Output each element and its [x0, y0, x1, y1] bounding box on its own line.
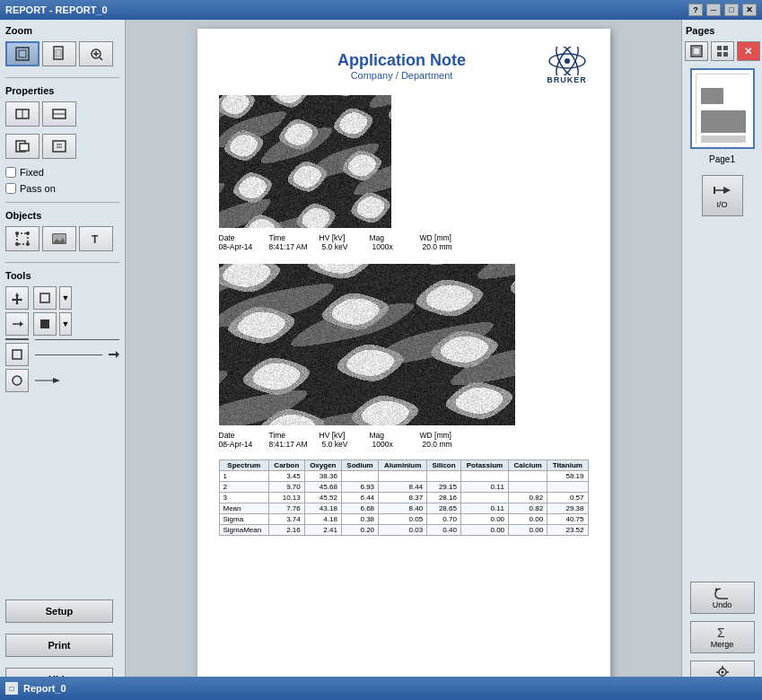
zoom-page-button[interactable]: [42, 41, 76, 66]
table-cell: 0.00: [460, 514, 508, 525]
obj-image-btn[interactable]: [42, 226, 76, 251]
maximize-button[interactable]: □: [724, 4, 739, 16]
pages-label: Pages: [686, 25, 714, 36]
move-tool-btn[interactable]: [5, 286, 29, 310]
col-spectrum: Spectrum: [219, 460, 269, 471]
table-cell: 40.75: [547, 514, 588, 525]
arrow-right-tool-btn[interactable]: [5, 312, 29, 336]
table-cell: [379, 471, 427, 482]
table-body: 13.4538.3658.1929.7045.686.938.4429.150.…: [219, 471, 588, 536]
divider-3: [5, 262, 119, 263]
zoom-in-button[interactable]: [79, 41, 113, 66]
table-cell: 0.70: [427, 514, 461, 525]
tools-row-4: [5, 343, 119, 366]
table-cell: [460, 471, 508, 482]
table-header-row: Spectrum Carbon Oxygen Sodium Aluminium …: [219, 460, 588, 471]
fill-dropdown-btn[interactable]: ▼: [59, 312, 72, 336]
col-calcium: Calcium: [509, 460, 547, 471]
fixed-checkbox-row[interactable]: Fixed: [5, 167, 119, 178]
table-cell: [460, 493, 508, 503]
circle-tool-btn[interactable]: [5, 369, 29, 392]
zoom-fit-button[interactable]: [5, 41, 39, 66]
pages-grid-btn[interactable]: [711, 41, 734, 61]
page-canvas: Application Note Company / Department BR…: [197, 29, 610, 691]
page-thumbnail[interactable]: [690, 68, 755, 149]
table-cell: 4.18: [304, 514, 341, 525]
close-button[interactable]: ✕: [742, 4, 757, 16]
svg-rect-43: [717, 46, 722, 50]
tools-row-3: [5, 338, 119, 340]
prop-btn-1[interactable]: [5, 101, 39, 127]
table-cell: 6.93: [341, 482, 378, 493]
app-note-title-block: Application Note Company / Department: [258, 51, 546, 81]
prop-btn-2[interactable]: [42, 101, 76, 127]
print-button[interactable]: Print: [5, 634, 113, 657]
properties-buttons-2: [5, 134, 119, 159]
io-button[interactable]: I/O: [702, 175, 743, 216]
table-row: Sigma3.744.180.380.050.700.000.0040.75: [219, 514, 588, 525]
table-cell: 0.40: [427, 525, 461, 536]
tools-buttons: ▼ ▼: [5, 286, 119, 392]
sem-image-1: [219, 95, 391, 228]
title-bar-text: REPORT - REPORT_0: [5, 4, 108, 15]
table-cell: 8.37: [379, 493, 427, 503]
table-cell: 9.70: [269, 482, 305, 493]
tools-row-1: ▼: [5, 286, 119, 310]
svg-marker-26: [12, 293, 22, 304]
obj-select-btn[interactable]: [5, 226, 39, 251]
merge-button[interactable]: Σ Merge: [690, 621, 755, 653]
table-cell: 0.82: [509, 503, 547, 514]
objects-label: Objects: [5, 210, 119, 221]
pass-on-checkbox[interactable]: [5, 183, 16, 194]
col-silicon: Silicon: [427, 460, 461, 471]
svg-point-20: [15, 242, 19, 246]
col-carbon: Carbon: [269, 460, 305, 471]
table-cell: 43.18: [304, 503, 341, 514]
svg-rect-44: [723, 46, 728, 50]
properties-buttons: [5, 101, 119, 127]
border-tool-btn[interactable]: [5, 343, 29, 366]
svg-rect-3: [56, 49, 61, 57]
image2-meta: DateTimeHV [kV]MagWD [mm] 08-Apr-148:41:…: [219, 431, 459, 449]
table-cell: 0.11: [460, 503, 508, 514]
setup-button[interactable]: Setup: [5, 599, 113, 623]
table-cell: [547, 482, 588, 493]
obj-text-btn[interactable]: T: [79, 226, 113, 251]
io-label: I/O: [716, 200, 727, 209]
zoom-buttons: [5, 41, 119, 66]
rect-dropdown-btn[interactable]: ▼: [59, 286, 72, 310]
svg-point-19: [26, 232, 30, 235]
fixed-checkbox[interactable]: [5, 167, 16, 178]
app-note-subtitle: Company / Department: [258, 70, 546, 81]
undo-button[interactable]: Undo: [690, 582, 755, 614]
table-cell: [341, 471, 378, 482]
prop-btn-4[interactable]: [42, 134, 76, 159]
table-cell: 0.00: [460, 525, 508, 536]
table-cell: 28.16: [427, 493, 461, 503]
table-cell: 29.38: [547, 503, 588, 514]
divider-2: [5, 202, 119, 203]
table-cell: 2: [219, 482, 269, 493]
pages-delete-btn[interactable]: ✕: [737, 41, 760, 61]
table-cell: 0.00: [509, 525, 547, 536]
svg-marker-33: [116, 351, 119, 358]
pages-fit-btn[interactable]: [685, 41, 708, 61]
col-oxygen: Oxygen: [304, 460, 341, 471]
divider-1: [5, 77, 119, 78]
svg-rect-30: [40, 319, 49, 328]
page1-label: Page1: [709, 154, 735, 164]
col-sodium: Sodium: [341, 460, 378, 471]
table-cell: 3.74: [269, 514, 305, 525]
fill-tool-btn[interactable]: [33, 312, 57, 336]
help-button[interactable]: ?: [688, 4, 703, 16]
bruker-text: BRUKER: [547, 75, 587, 84]
prop-btn-3[interactable]: [5, 134, 39, 159]
table-cell: 0.82: [509, 493, 547, 503]
pass-on-checkbox-row[interactable]: Pass on: [5, 183, 119, 194]
rect-tool-btn[interactable]: [33, 286, 57, 310]
minimize-button[interactable]: ─: [706, 4, 721, 16]
title-bar: REPORT - REPORT_0 ? ─ □ ✕: [0, 0, 762, 20]
table-cell: 3.45: [269, 471, 305, 482]
svg-marker-29: [20, 321, 23, 327]
bottom-bar: □ Report_0: [0, 677, 762, 700]
